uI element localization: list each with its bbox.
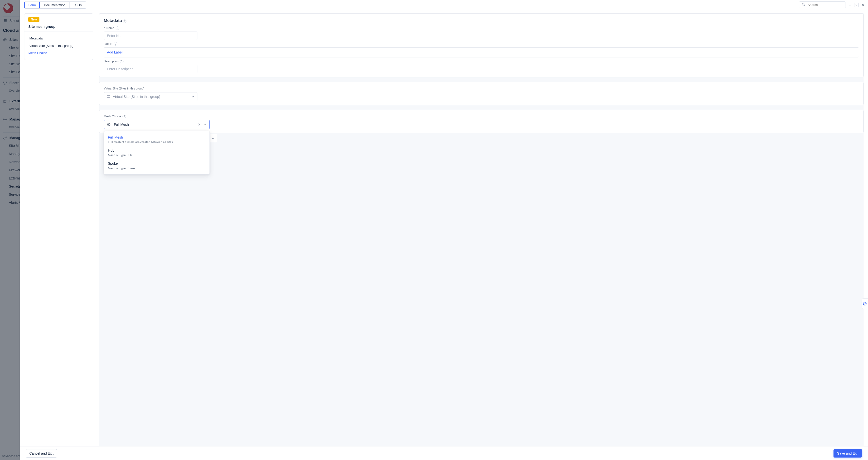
outline-item-metadata[interactable]: Metadata	[28, 35, 89, 42]
nav-sites-label: Sites	[9, 37, 18, 42]
chevron-down-icon	[191, 95, 195, 99]
mesh-choice-input[interactable]	[113, 122, 195, 127]
mesh-icon	[106, 122, 111, 127]
mesh-option-hub[interactable]: Hub Mesh of Type Hub	[104, 146, 210, 159]
external-icon	[3, 99, 7, 103]
svg-rect-10	[3, 82, 4, 83]
tab-documentation[interactable]: Documentation	[40, 2, 69, 8]
metadata-help-icon[interactable]: ?	[123, 20, 126, 23]
brand-logo	[3, 3, 13, 13]
group-mesh-choice: Mesh Choice ? ✕	[99, 110, 864, 133]
form-outline: New Site mesh group Metadata Virtual Sit…	[24, 13, 93, 446]
drawer-topbar: Form Documentation JSON	[20, 0, 868, 9]
svg-point-13	[4, 119, 5, 120]
cancel-button[interactable]: Cancel and Exit	[26, 449, 57, 458]
globe-icon	[3, 38, 7, 42]
mesh-dropdown: Full Mesh Full mesh of tunnels are creat…	[104, 131, 210, 175]
topbar-actions	[799, 1, 865, 9]
svg-rect-2	[6, 19, 7, 20]
fleets-icon	[3, 81, 7, 85]
view-tabs: Form Documentation JSON	[24, 1, 86, 9]
peek-chevron-down-icon	[212, 136, 214, 140]
name-help-icon[interactable]: ?	[116, 26, 119, 30]
virtual-label: Virtual Site (Sites in this group)	[104, 87, 145, 90]
labels-box: Add Label	[104, 47, 859, 57]
labels-help-icon[interactable]: ?	[114, 42, 117, 45]
tab-form[interactable]: Form	[24, 2, 40, 8]
desc-label: Description	[104, 59, 119, 63]
search-prev-match[interactable]	[848, 3, 852, 7]
clear-icon[interactable]	[198, 123, 201, 126]
save-button[interactable]: Save and Exit	[834, 449, 862, 458]
metadata-title: Metadata	[104, 18, 122, 23]
mesh-option-title: Hub	[108, 148, 206, 153]
search-input-wrap[interactable]	[799, 1, 846, 9]
search-next-match[interactable]	[854, 3, 859, 7]
outline-item-virtual-site[interactable]: Virtual Site (Sites in this group)	[28, 42, 89, 50]
new-badge: New	[28, 17, 39, 22]
svg-rect-0	[4, 19, 5, 20]
drawer-body: New Site mesh group Metadata Virtual Sit…	[20, 9, 868, 446]
mesh-option-desc: Mesh of Type Spoke	[108, 166, 206, 170]
nav-footer: Advanced nav	[2, 454, 21, 458]
drawer-close[interactable]	[861, 3, 865, 7]
site-icon	[106, 95, 111, 99]
mesh-choice-combobox[interactable]: ✕ Full Mesh Full mesh of tunnels are cre…	[104, 120, 210, 129]
mesh-option-desc: Full mesh of tunnels are created between…	[108, 140, 206, 144]
mesh-option-full-mesh[interactable]: Full Mesh Full mesh of tunnels are creat…	[104, 133, 210, 146]
name-input[interactable]	[104, 32, 197, 40]
svg-rect-1	[5, 19, 6, 20]
svg-point-18	[865, 304, 865, 305]
mesh-option-desc: Mesh of Type Hub	[108, 153, 206, 157]
desc-input[interactable]	[104, 65, 197, 73]
key-icon	[3, 136, 7, 140]
labels-label: Labels	[104, 42, 113, 46]
mesh-option-title: Full Mesh	[108, 135, 206, 140]
mesh-option-spoke[interactable]: Spoke Mesh of Type Spoke	[104, 159, 210, 172]
form-main: Metadata ? * Name ? Labels ? Add Label	[99, 13, 864, 446]
svg-point-15	[802, 3, 804, 5]
tab-json[interactable]: JSON	[69, 2, 86, 8]
drawer-footer: Cancel and Exit Save and Exit	[20, 446, 868, 460]
group-virtual-site: Virtual Site (Sites in this group) Virtu…	[99, 82, 864, 105]
desc-help-icon[interactable]: ?	[120, 60, 123, 63]
mesh-help-icon[interactable]: ?	[123, 115, 126, 118]
apps-grid-icon	[4, 19, 7, 23]
virtual-site-select[interactable]: Virtual Site (Sites in this group)	[104, 92, 197, 101]
outline-title: Site mesh group	[28, 24, 89, 29]
group-metadata: Metadata ? * Name ? Labels ? Add Label	[99, 13, 864, 78]
mesh-option-title: Spoke	[108, 161, 206, 166]
add-label-link[interactable]: Add Label	[107, 50, 123, 54]
mesh-label: Mesh Choice	[104, 114, 121, 118]
chevron-up-icon[interactable]	[204, 123, 207, 126]
svg-rect-8	[6, 22, 7, 22]
svg-rect-16	[107, 95, 110, 98]
svg-rect-11	[6, 82, 7, 83]
search-input[interactable]	[807, 3, 843, 7]
outline-item-mesh-choice[interactable]: Mesh Choice	[26, 49, 89, 57]
name-label: Name	[106, 26, 114, 30]
svg-rect-6	[4, 22, 5, 22]
gear-icon	[3, 118, 7, 122]
svg-rect-4	[5, 20, 6, 21]
name-required-prefix: *	[104, 26, 105, 30]
svg-rect-7	[5, 22, 6, 22]
help-fab[interactable]	[862, 298, 868, 309]
search-icon	[802, 3, 805, 7]
drawer: Form Documentation JSON New Site mesh gr…	[20, 0, 868, 460]
virtual-site-placeholder: Virtual Site (Sites in this group)	[113, 94, 188, 99]
svg-rect-3	[4, 20, 5, 21]
svg-rect-12	[4, 84, 5, 85]
svg-rect-5	[6, 20, 7, 21]
